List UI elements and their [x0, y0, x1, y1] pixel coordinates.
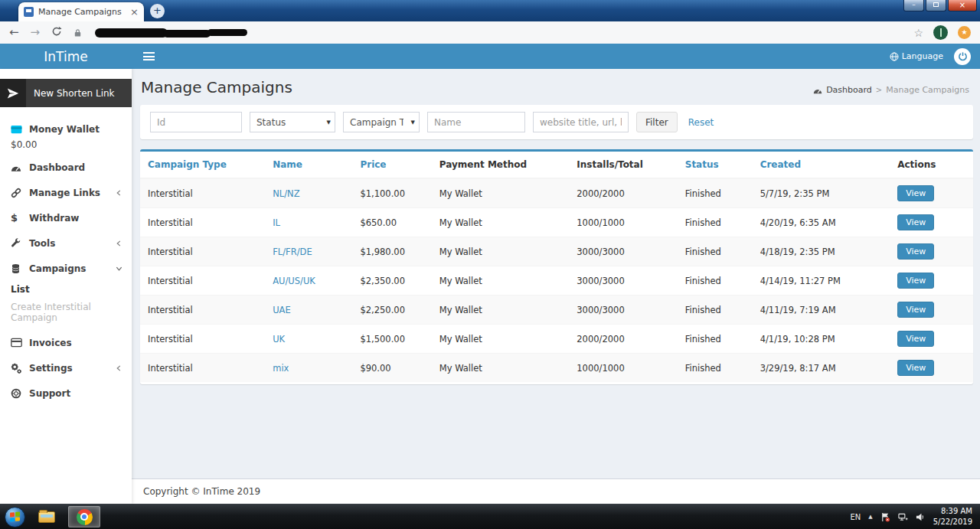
id-filter-input[interactable] [150, 112, 242, 132]
chevron-left-icon [116, 240, 122, 247]
sidebar-toggle-button[interactable] [132, 44, 165, 69]
restore-icon [933, 2, 939, 7]
wallet-amount: $0.00 [11, 139, 121, 150]
sidebar-item-support[interactable]: Support [0, 380, 132, 406]
campaigns-table: Campaign Type Name Price Payment Method … [140, 152, 973, 382]
submenu-item-list[interactable]: List [0, 281, 132, 299]
minimize-button[interactable]: – [903, 0, 924, 11]
sidebar-item-tools[interactable]: Tools [0, 230, 132, 256]
campaign-type-select-wrap: Campaign Type ▼ [343, 112, 420, 132]
new-tab-button[interactable]: + [150, 4, 165, 18]
bookmark-star-button[interactable]: ☆ [913, 27, 923, 39]
cell-status: Finished [678, 325, 753, 354]
name-filter-input[interactable] [427, 112, 525, 132]
taskbar-chrome-button[interactable] [68, 506, 100, 527]
action-center-flag-icon[interactable] [880, 512, 890, 522]
sidebar-item-money-wallet[interactable]: Money Wallet $0.00 [0, 119, 132, 155]
forward-button[interactable]: → [31, 27, 41, 38]
brand-logo[interactable]: InTime [0, 49, 132, 64]
header-status[interactable]: Status [678, 152, 753, 178]
cell-name-link[interactable]: UAE [265, 296, 352, 325]
sidebar-item-label: Campaigns [29, 263, 86, 274]
app-navbar: InTime Language [0, 44, 980, 69]
network-icon[interactable] [898, 512, 908, 522]
header-price[interactable]: Price [352, 152, 431, 178]
view-button[interactable]: View [897, 273, 934, 289]
view-button[interactable]: View [897, 302, 934, 318]
header-name[interactable]: Name [265, 152, 352, 178]
tray-language-indicator[interactable]: EN [851, 513, 861, 521]
cell-name-link[interactable]: UK [265, 325, 352, 354]
tab-close-icon[interactable]: × [130, 7, 139, 17]
redaction-blob [95, 28, 168, 38]
status-select[interactable]: Status [250, 112, 335, 132]
cell-price: $1,980.00 [352, 237, 431, 266]
language-label: Language [902, 51, 943, 61]
back-button[interactable]: ← [9, 27, 19, 38]
sidebar-item-withdraw[interactable]: $ Withdraw [0, 205, 132, 230]
navbar-right: Language [890, 48, 980, 65]
website-filter-input[interactable] [533, 112, 629, 132]
taskbar-clock[interactable]: 8:39 AM 5/22/2019 [933, 506, 972, 527]
view-button[interactable]: View [897, 331, 934, 347]
address-bar-redacted[interactable] [95, 28, 247, 38]
taskbar: EN ▲ 8:39 AM 5/22/2019 [0, 504, 980, 529]
database-icon [11, 263, 29, 274]
tray-expand-icon[interactable]: ▲ [868, 514, 872, 520]
cell-price: $1,100.00 [352, 178, 431, 208]
tab-favicon-icon [24, 7, 34, 17]
sidebar-item-campaigns[interactable]: Campaigns [0, 256, 132, 281]
cell-installs-total: 3000/3000 [569, 296, 677, 325]
restore-button[interactable] [926, 0, 946, 11]
start-button[interactable] [5, 507, 25, 527]
browser-toolbar: ← → ☆ ★ [0, 21, 980, 44]
filter-button[interactable]: Filter [636, 112, 678, 132]
close-button[interactable]: × [948, 0, 977, 11]
language-menu[interactable]: Language [890, 51, 943, 61]
breadcrumb-separator: > [876, 86, 882, 94]
cell-name-link[interactable]: NL/NZ [265, 178, 352, 208]
view-button[interactable]: View [897, 214, 934, 230]
submenu-item-create-interstitial-campaign[interactable]: Create Interstitial Campaign [0, 299, 132, 327]
campaign-type-select[interactable]: Campaign Type [343, 112, 420, 132]
hamburger-icon [143, 56, 155, 57]
table-row: Interstitial mix $90.00 My Wallet 1000/1… [140, 354, 973, 383]
cell-price: $90.00 [352, 354, 431, 383]
cell-name-link[interactable]: mix [265, 354, 352, 383]
sidebar-menu: Money Wallet $0.00 Dashboard Manage Link… [0, 107, 132, 406]
cell-name-link[interactable]: FL/FR/DE [265, 237, 352, 266]
sidebar-item-dashboard[interactable]: Dashboard [0, 155, 132, 180]
sidebar-item-label: Settings [29, 363, 73, 374]
cell-installs-total: 3000/3000 [569, 237, 677, 266]
cell-created: 4/14/19, 11:27 PM [753, 266, 890, 296]
cell-installs-total: 2000/2000 [569, 325, 677, 354]
header-campaign-type[interactable]: Campaign Type [140, 152, 265, 178]
refresh-button[interactable] [51, 26, 62, 39]
dashboard-icon [11, 163, 29, 172]
cell-name-link[interactable]: AU/US/UK [265, 266, 352, 296]
view-button[interactable]: View [897, 243, 934, 260]
logout-power-button[interactable] [954, 48, 971, 65]
cell-installs-total: 3000/3000 [569, 266, 677, 296]
cell-name-link[interactable]: IL [265, 208, 352, 237]
view-button[interactable]: View [897, 185, 934, 201]
sidebar-item-invoices[interactable]: Invoices [0, 330, 132, 355]
extension-icon[interactable]: ★ [958, 26, 971, 39]
sidebar-item-manage-links[interactable]: Manage Links [0, 180, 132, 205]
header-created[interactable]: Created [753, 152, 890, 178]
globe-icon [890, 52, 899, 61]
link-icon [11, 188, 29, 198]
sidebar-item-settings[interactable]: Settings [0, 355, 132, 380]
windows-logo-icon [10, 511, 20, 521]
browser-tab[interactable]: Manage Campaigns × [18, 2, 144, 21]
new-shorten-link-button[interactable]: New Shorten Link [0, 79, 132, 107]
cell-status: Finished [678, 237, 753, 266]
profile-avatar[interactable] [933, 25, 948, 40]
campaigns-table-panel: Campaign Type Name Price Payment Method … [140, 149, 973, 384]
reset-link[interactable]: Reset [688, 117, 714, 128]
view-button[interactable]: View [897, 360, 934, 376]
taskbar-explorer-button[interactable] [31, 506, 63, 527]
volume-icon[interactable] [916, 512, 926, 522]
breadcrumb-dashboard-link[interactable]: Dashboard [826, 85, 872, 95]
filter-panel: Status ▼ Campaign Type ▼ Filter Reset [140, 105, 973, 139]
